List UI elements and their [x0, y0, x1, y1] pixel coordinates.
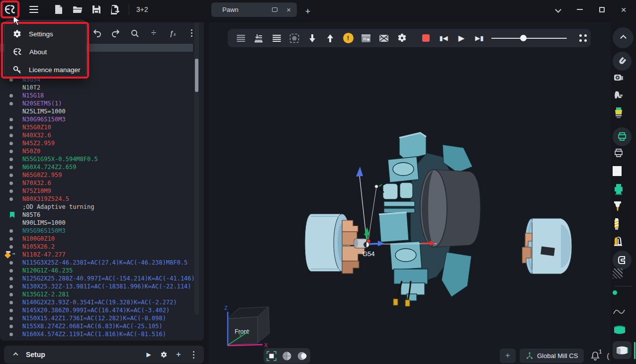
- code-line[interactable]: N125G2X25.288Z-40.997I=AC(-154.214)K=AC(…: [0, 274, 193, 282]
- first-difference-icon[interactable]: [253, 32, 265, 44]
- code-line[interactable]: N20SETMS(1): [0, 99, 193, 107]
- chuck-solid-green-icon[interactable]: [613, 183, 625, 196]
- functions-icon[interactable]: ƒx: [167, 28, 178, 39]
- code-line[interactable]: N25LIMS=1000: [0, 107, 193, 115]
- code-line[interactable]: N155X8.274Z2.068I=AC(6.83)K=AC(-25.105): [0, 322, 193, 330]
- close-button[interactable]: ×: [616, 2, 631, 17]
- stock-plain-icon[interactable]: [613, 166, 622, 176]
- tab-restore-icon[interactable]: [272, 7, 277, 12]
- code-line[interactable]: N135G1Z-2.281: [0, 290, 193, 298]
- code-line[interactable]: N55G1G95X-0.594M8F0.5: [0, 155, 193, 163]
- step-up-icon[interactable]: [324, 32, 336, 44]
- spline-curve-icon[interactable]: [613, 306, 626, 316]
- code-scrollbar[interactable]: [194, 22, 199, 315]
- simulation-settings-icon[interactable]: [396, 32, 408, 44]
- app-logo-button[interactable]: [2, 2, 17, 17]
- grid-view-icon[interactable]: [577, 32, 589, 44]
- tab-close-icon[interactable]: ×: [286, 6, 291, 13]
- code-line[interactable]: →N110Z-47.277: [0, 251, 193, 259]
- tool-half-holder-icon[interactable]: [613, 235, 626, 248]
- code-line[interactable]: N60X4.724Z2.659: [0, 163, 193, 171]
- code-line[interactable]: N15G18: [0, 91, 193, 99]
- setup-more-icon[interactable]: [186, 347, 201, 362]
- stock-cylinder[interactable]: [420, 170, 480, 247]
- 3d-viewport[interactable]: G54 Top Front Z X Y: [209, 22, 636, 364]
- collapse-setup-icon[interactable]: [8, 347, 23, 362]
- code-line[interactable]: N65G0Z2.959: [0, 171, 193, 179]
- play-button[interactable]: ▶: [455, 32, 467, 44]
- notification-bell-icon[interactable]: 1: [588, 348, 603, 363]
- scrollbar-thumb[interactable]: [195, 59, 198, 92]
- hatch-material-icon[interactable]: [613, 269, 623, 278]
- chuck-active-icon[interactable]: [613, 106, 625, 119]
- save-file-icon[interactable]: [89, 2, 104, 17]
- toolpath-overlay-icon[interactable]: [378, 32, 390, 44]
- open-file-icon[interactable]: [70, 2, 85, 17]
- fit-stock-icon[interactable]: [266, 350, 277, 362]
- setup-gear-icon[interactable]: [156, 347, 171, 362]
- window-dropdown-icon[interactable]: [550, 2, 565, 17]
- speed-slider[interactable]: [491, 32, 567, 44]
- skip-to-end-button[interactable]: ▶▮: [473, 32, 485, 44]
- code-line[interactable]: N105X26.2: [0, 243, 193, 251]
- code-line[interactable]: N115G3X25Z-46.238I=AC(27.4)K=AC(-46.238)…: [0, 259, 193, 267]
- global-mill-cs-button[interactable]: Global Mill CS: [520, 349, 584, 363]
- collapse-panel-button[interactable]: [613, 27, 634, 48]
- maximize-button[interactable]: [594, 2, 609, 17]
- machine-components-icon[interactable]: [613, 90, 625, 101]
- menu-item-about[interactable]: About: [7, 43, 84, 60]
- machine-panel-icon[interactable]: [360, 32, 372, 44]
- machine-view-icon[interactable]: [613, 72, 625, 84]
- new-tab-button[interactable]: +: [300, 4, 315, 19]
- document-tab[interactable]: Pawn ×: [211, 2, 297, 17]
- code-line[interactable]: N120G1Z-46.235: [0, 267, 193, 274]
- code-line[interactable]: N160X4.574Z2.119I=AC(1.816)K=AC(-81.516): [0, 330, 193, 338]
- main-menu-icon[interactable]: [26, 2, 41, 17]
- magnet-snap-icon[interactable]: [613, 52, 632, 71]
- minimize-button[interactable]: [572, 2, 587, 17]
- chuck-outline-green-icon[interactable]: [613, 127, 632, 146]
- code-line[interactable]: N95G96S150M3: [0, 227, 193, 235]
- code-line[interactable]: N70X32.6: [0, 179, 193, 187]
- code-line[interactable]: N10T2: [0, 84, 193, 91]
- tool-holder-icon[interactable]: [613, 200, 623, 213]
- code-line[interactable]: N85T6: [0, 211, 193, 219]
- sphere-view-icon[interactable]: [281, 350, 293, 362]
- code-line[interactable]: N40X32.6: [0, 131, 193, 139]
- all-lines-icon[interactable]: [271, 32, 282, 44]
- add-cs-button[interactable]: +: [500, 349, 516, 363]
- code-line[interactable]: N140G2X23.93Z-0.354I=AC(19.328)K=AC(-2.2…: [0, 298, 193, 306]
- step-down-icon[interactable]: [306, 32, 318, 44]
- code-line[interactable]: N150X15.42Z1.736I=AC(12.282)K=AC(-8.098): [0, 314, 193, 322]
- code-line[interactable]: N75Z10M9: [0, 187, 193, 195]
- code-line[interactable]: N45Z2.959: [0, 139, 193, 147]
- code-line[interactable]: N50Z0: [0, 147, 193, 155]
- code-line[interactable]: N145X20.386Z0.999I=AC(16.474)K=AC(-3.402…: [0, 306, 193, 314]
- code-line[interactable]: ;OD Adaptive turning: [0, 203, 193, 211]
- code-line[interactable]: N90LIMS=1000: [0, 219, 193, 227]
- divide-icon[interactable]: ÷: [148, 28, 159, 39]
- band-selected-icon[interactable]: [613, 341, 632, 359]
- chuck-outline-gray-icon[interactable]: [613, 147, 625, 159]
- menu-item-licence-manager[interactable]: Licence manager: [7, 61, 84, 78]
- export-file-icon[interactable]: [108, 2, 123, 17]
- stop-button[interactable]: [420, 32, 432, 44]
- code-line[interactable]: N100G0Z10: [0, 235, 193, 243]
- warnings-icon[interactable]: !: [342, 32, 354, 44]
- new-file-icon[interactable]: [51, 2, 66, 17]
- 3d-scene[interactable]: G54 Top Front Z X Y: [209, 22, 636, 364]
- right-chuck[interactable]: [522, 218, 572, 274]
- code-line[interactable]: N30G96S150M3: [0, 115, 193, 123]
- search-icon[interactable]: [129, 28, 140, 39]
- setup-add-icon[interactable]: +: [171, 347, 186, 362]
- view-cube[interactable]: Top Front Z X Y: [209, 305, 270, 348]
- steady-rest-icon[interactable]: [613, 251, 632, 270]
- code-line[interactable]: N35G0Z10: [0, 123, 193, 131]
- skip-to-start-button[interactable]: ▮◀: [438, 32, 450, 44]
- code-line[interactable]: N130X25.32Z-13.981I=AC(-18381.996)K=AC(-…: [0, 282, 193, 290]
- compare-lines-icon[interactable]: [235, 32, 247, 44]
- menu-item-settings[interactable]: Settings: [7, 25, 84, 42]
- code-line[interactable]: N80X319Z524.5: [0, 195, 193, 203]
- tool-striped-icon[interactable]: [613, 217, 621, 231]
- focus-part-icon[interactable]: [288, 32, 300, 44]
